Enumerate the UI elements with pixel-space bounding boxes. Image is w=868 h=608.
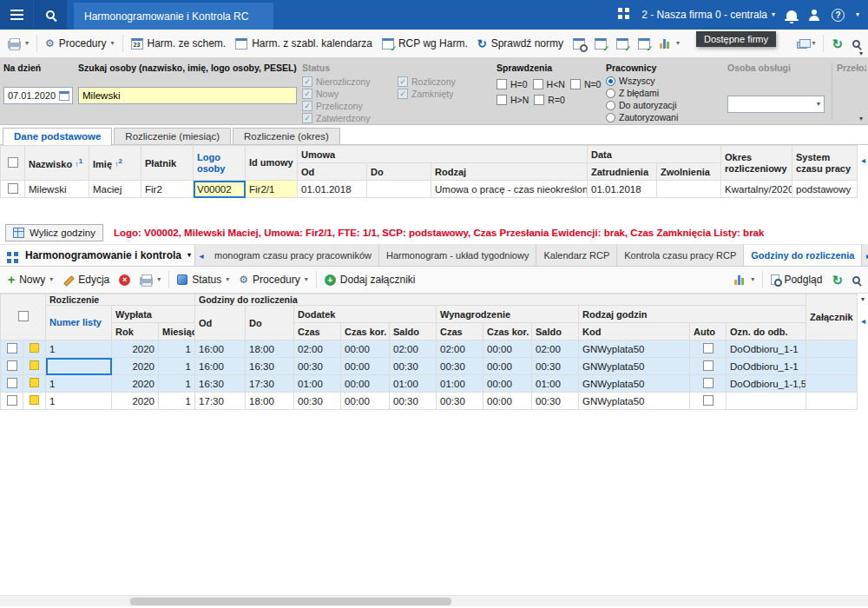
cell-wyn-saldo[interactable]: 00:30 bbox=[532, 358, 579, 375]
status-nowy[interactable]: Nowy bbox=[302, 88, 389, 100]
cell-wyn-saldo[interactable]: 02:00 bbox=[532, 340, 579, 358]
col-header-do[interactable]: Do bbox=[367, 163, 431, 181]
tab-rozliczenie-okres[interactable]: Rozliczenie (okres) bbox=[233, 128, 340, 144]
sprawdz-normy-button[interactable]: Sprawdź normy bbox=[473, 34, 568, 53]
cell-auto[interactable] bbox=[690, 340, 727, 358]
col-header-numer-listy[interactable]: Numer listy bbox=[46, 306, 112, 340]
cell-wyn-czas-kor[interactable]: 00:00 bbox=[483, 358, 532, 375]
search-person-field[interactable] bbox=[78, 87, 297, 104]
harm-ze-schem-button[interactable]: 23Harm. ze schem. bbox=[127, 34, 231, 53]
cell-miesiac[interactable]: 1 bbox=[159, 358, 195, 375]
cell-wyn-saldo[interactable]: 01:00 bbox=[532, 375, 579, 393]
col-header-ozn-do-odb[interactable]: Ozn. do odb. bbox=[727, 323, 806, 340]
cell-do[interactable]: 17:30 bbox=[246, 375, 294, 393]
row-select-cell[interactable] bbox=[1, 340, 23, 358]
auto-checkbox[interactable] bbox=[703, 360, 713, 371]
module-selector[interactable]: Harmonogramowanie i kontrola bbox=[0, 245, 195, 266]
cell-rok[interactable]: 2020 bbox=[112, 358, 159, 375]
cell-od[interactable]: 16:30 bbox=[195, 375, 246, 393]
row-checkbox[interactable] bbox=[8, 183, 18, 194]
select-all-header[interactable] bbox=[1, 294, 46, 340]
tab-harmonogram-uklad-tygodniowy[interactable]: Harmonogram - układ tygodniowy bbox=[379, 245, 536, 266]
cell-kod[interactable]: GNWyplata50 bbox=[579, 375, 690, 393]
cell-miesiac[interactable]: 1 bbox=[159, 340, 195, 358]
tab-godziny-do-rozliczenia[interactable]: Godziny do rozliczenia bbox=[744, 245, 862, 266]
status-nierozliczony[interactable]: Nierozliczony bbox=[302, 76, 389, 88]
cell-dodatek-czas[interactable]: 01:00 bbox=[294, 375, 341, 393]
cell-numer-listy[interactable]: 1 bbox=[46, 340, 112, 358]
cell-kod[interactable]: GNWyplata50 bbox=[579, 358, 690, 375]
cell-zalacznik[interactable] bbox=[806, 340, 858, 358]
cell-wyn-czas[interactable]: 00:30 bbox=[437, 393, 483, 410]
checkbox[interactable] bbox=[496, 95, 507, 105]
cell-auto[interactable] bbox=[690, 358, 727, 375]
cell-wyn-czas-kor[interactable]: 00:00 bbox=[483, 375, 532, 393]
search-person-input[interactable] bbox=[82, 90, 293, 101]
global-search-button[interactable] bbox=[34, 0, 67, 30]
osoba-obslugi-dropdown[interactable] bbox=[727, 96, 825, 113]
cell-dodatek-czas[interactable]: 00:30 bbox=[294, 393, 341, 410]
cell-zalacznik[interactable] bbox=[806, 358, 858, 375]
cell-zalacznik[interactable] bbox=[806, 375, 858, 393]
radio-zautoryzowani[interactable]: Zautoryzowani bbox=[606, 111, 720, 123]
status-rozliczony[interactable]: Rozliczony bbox=[398, 76, 480, 88]
titlebar-chevron-icon[interactable] bbox=[856, 11, 859, 18]
cell-nazwisko[interactable]: Milewski bbox=[25, 181, 89, 198]
tabs-scroll-left[interactable] bbox=[195, 245, 207, 266]
col-header-logo-osoby[interactable]: Logo osoby bbox=[194, 146, 246, 181]
procedury-button[interactable]: Procedury bbox=[41, 34, 118, 53]
collapse-filters-chevron[interactable]: ▾ bbox=[859, 115, 863, 122]
calendar-approve-button[interactable] bbox=[590, 35, 611, 53]
tab-kontrola-czasu-pracy-rcp[interactable]: Kontrola czasu pracy RCP bbox=[617, 245, 744, 266]
col-header-zwolnienia[interactable]: Zwolnienia bbox=[657, 163, 721, 181]
radio-wszyscy[interactable]: Wszyscy bbox=[606, 75, 720, 87]
cell-wyn-czas[interactable]: 02:00 bbox=[437, 340, 483, 358]
usun-button[interactable] bbox=[115, 271, 135, 289]
refresh-button[interactable] bbox=[827, 34, 847, 54]
col-header-imie[interactable]: Imię 2 bbox=[89, 146, 141, 181]
cell-dodatek-saldo[interactable]: 01:00 bbox=[390, 375, 437, 393]
row-select-cell[interactable] bbox=[1, 393, 23, 410]
collapse-toolbar-chevron[interactable]: ▾ bbox=[859, 50, 863, 57]
cell-system-czasu-pracy[interactable]: podstawowy bbox=[792, 181, 858, 198]
cell-do[interactable]: 18:00 bbox=[246, 393, 294, 410]
select-all-checkbox[interactable] bbox=[18, 311, 29, 321]
company-selector[interactable]: 2 - Nasza firma 0 - centrala bbox=[641, 9, 775, 21]
cell-rok[interactable]: 2020 bbox=[112, 393, 159, 410]
grid2-collapse-chevron[interactable]: ▾ bbox=[861, 295, 865, 303]
cell-numer-listy[interactable]: 1 bbox=[46, 393, 112, 410]
cell-rok[interactable]: 2020 bbox=[112, 340, 159, 358]
rcp-wg-harm-button[interactable]: RCP wg Harm. bbox=[378, 34, 472, 53]
cell-dodatek-czas-kor[interactable]: 00:00 bbox=[341, 340, 390, 358]
col-header-wyn-saldo[interactable]: Saldo bbox=[532, 323, 579, 340]
cell-miesiac[interactable]: 1 bbox=[159, 393, 195, 410]
print-button[interactable] bbox=[3, 35, 33, 52]
cell-kod[interactable]: GNWyplata50 bbox=[579, 393, 690, 410]
cell-imie[interactable]: Maciej bbox=[89, 181, 141, 198]
cell-wyn-czas[interactable]: 00:30 bbox=[437, 358, 483, 375]
cell-ozn-do-odb[interactable]: DoOdbioru_1-1 bbox=[727, 358, 806, 375]
status-zamkniety[interactable]: Zamknięty bbox=[398, 88, 480, 100]
cell-auto[interactable] bbox=[690, 375, 727, 393]
cell-miesiac[interactable]: 1 bbox=[159, 375, 195, 393]
cell-zalacznik[interactable] bbox=[806, 393, 858, 410]
cell-umowa-do[interactable] bbox=[367, 181, 431, 198]
cell-okres-rozliczeniowy[interactable]: Kwartalny/2020 bbox=[721, 181, 792, 198]
col-header-miesiac[interactable]: Miesiąc bbox=[159, 323, 195, 340]
row-checkbox[interactable] bbox=[7, 343, 17, 354]
checkbox[interactable] bbox=[570, 79, 581, 89]
auto-checkbox[interactable] bbox=[703, 395, 713, 406]
col-header-rodzaj[interactable]: Rodzaj bbox=[431, 163, 588, 181]
checkbox[interactable] bbox=[496, 79, 507, 89]
chart-view2-button[interactable] bbox=[730, 271, 759, 288]
user-account-icon[interactable] bbox=[808, 10, 820, 21]
cell-wyn-czas-kor[interactable]: 00:00 bbox=[483, 393, 532, 410]
grid2-scroll-left-icon[interactable] bbox=[861, 316, 865, 326]
horizontal-scrollbar[interactable] bbox=[0, 595, 868, 606]
schedule-approve-button[interactable] bbox=[612, 35, 633, 53]
zoom2-button[interactable] bbox=[848, 273, 865, 287]
checkbox[interactable] bbox=[533, 79, 543, 89]
col-header-od[interactable]: Od bbox=[298, 163, 367, 181]
col-header-dodatek-czas[interactable]: Czas bbox=[294, 323, 341, 340]
wylicz-godziny-button[interactable]: Wylicz godziny bbox=[5, 224, 103, 241]
